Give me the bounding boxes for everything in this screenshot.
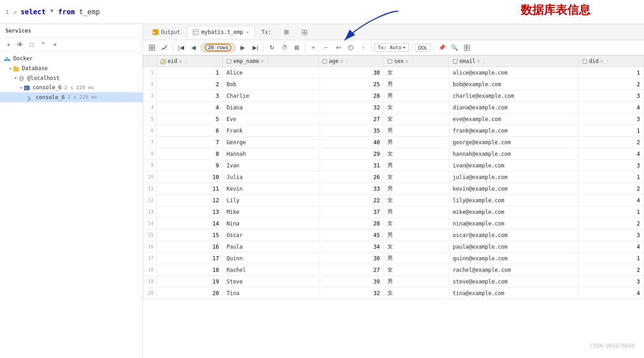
svg-rect-24 [149,48,152,50]
table-row[interactable]: 13 13 Mike 37 男 mike@example.com 1 [143,206,644,218]
stop-button[interactable] [291,42,302,53]
grid-view-button[interactable] [147,42,157,53]
sex-col-icon [387,58,392,64]
table-row[interactable]: 5 5 Eve 27 女 eve@example.com 3 [143,113,644,125]
table-row[interactable]: 18 18 Rachel 27 女 rachel@example.com 2 [143,264,644,276]
table-row[interactable]: 19 19 Steve 39 男 steve@example.com 3 [143,276,644,287]
sidebar-eye-button[interactable]: 👁 [15,40,25,50]
sql-table-name: t_emp [79,8,100,16]
ddl-button[interactable]: DDL [415,44,431,52]
th-eid[interactable]: 🔑 eid ▽ ⋮ [157,56,223,67]
svg-rect-39 [583,59,587,63]
next-page-button[interactable]: ▶ [237,42,248,53]
sidebar-item-docker[interactable]: Docker [0,54,143,64]
th-age[interactable]: age ▽ ⋮ [318,56,383,67]
tab-output[interactable]: ▶ Output [147,25,186,38]
age-cell: 37 [318,206,383,218]
sex-cell: 男 [383,229,449,241]
tab-mybatis-t-emp[interactable]: mybatis.t_emp × [187,26,255,39]
search-button[interactable]: 🔍 [449,42,460,53]
export-button[interactable] [462,42,472,53]
eid-cell: 7 [157,137,223,148]
sidebar-item-console6-child[interactable]: console_6 2 s 229 ms [0,92,143,102]
table-row[interactable]: 2 2 Bob 25 男 bob@example.com 2 [143,79,644,90]
tab-mybatis-close[interactable]: × [246,29,249,35]
table-row[interactable]: 4 4 Diana 32 女 diana@example.com 4 [143,102,644,113]
sex-cell: 女 [383,67,449,79]
table-row[interactable]: 6 6 Frank 35 男 frank@example.com 1 [143,125,644,137]
did-cell: 3 [578,276,644,287]
email-cell: bob@example.com [449,79,578,90]
sidebar-item-database[interactable]: ▾ Database [0,64,143,74]
did-cell: 1 [578,171,644,183]
email-cell: lily@example.com [449,195,578,206]
table-row[interactable]: 1 1 Alice 30 女 alice@example.com 1 [143,67,644,79]
eid-filter-icon[interactable]: ▽ [179,59,182,64]
sidebar-localhost-label: @localhost [27,75,59,81]
age-cell: 26 [318,171,383,183]
email-cell: alice@example.com [449,67,578,79]
row-num-cell: 3 [143,90,157,102]
email-filter-icon[interactable]: ▽ [477,59,480,64]
prev-page-button[interactable]: ◀ [188,42,199,53]
age-cell: 35 [318,125,383,137]
table-tab-icon [193,29,199,36]
email-cell: charlie@example.com [449,90,578,102]
chart-view-button[interactable] [159,42,170,53]
svg-rect-19 [305,30,307,32]
refresh-button[interactable]: ↻ [266,42,277,53]
th-did[interactable]: did ▽ ⋮ [578,56,644,67]
sidebar-up-button[interactable]: ⌃ [38,40,48,50]
age-cell: 25 [318,79,383,90]
email-cell: steve@example.com [449,276,578,287]
sidebar-header: Services [0,24,143,38]
delete-row-button[interactable]: − [320,42,331,53]
sidebar-item-localhost[interactable]: ▾ @localhost [0,73,143,83]
empname-sort-icon: ⋮ [265,59,270,64]
email-cell: hannah@example.com [449,148,578,160]
table-row[interactable]: 7 7 George 40 男 george@example.com 2 [143,137,644,148]
table-row[interactable]: 10 10 Julia 26 女 julia@example.com 1 [143,171,644,183]
age-cell: 22 [318,195,383,206]
last-page-button[interactable]: ▶| [250,42,261,53]
table-row[interactable]: 14 14 Nina 28 女 nina@example.com 2 [143,218,644,229]
did-cell: 2 [578,264,644,276]
tab-grid[interactable] [296,26,313,38]
th-emp-name[interactable]: emp_name ▽ ⋮ [223,56,318,67]
did-filter-icon[interactable]: ▽ [601,59,603,64]
table-row[interactable]: 3 3 Charlie 28 男 charlie@example.com 3 [143,90,644,102]
sidebar-add-button[interactable]: + [4,40,13,50]
localhost-chevron: ▾ [14,75,17,80]
th-email[interactable]: email ▽ ⋮ [449,56,578,67]
sex-filter-icon[interactable]: ▽ [406,59,408,64]
table-row[interactable]: 11 11 Kevin 33 男 kevin@example.com 2 [143,183,644,195]
table-row[interactable]: 8 8 Hannah 29 女 hannah@example.com 4 [143,148,644,160]
svg-text:🔑: 🔑 [161,60,165,64]
age-filter-icon[interactable]: ▽ [341,59,343,64]
table-row[interactable]: 15 15 Oscar 45 男 oscar@example.com 3 [143,229,644,241]
empname-filter-icon[interactable]: ▽ [261,59,264,64]
first-page-button[interactable]: |◀ [176,42,186,53]
tab-tx[interactable]: Tx: [256,26,277,38]
sidebar-item-console6-parent[interactable]: ▾ >_ console_6 2 s 229 ms [0,83,143,93]
did-cell: 4 [578,148,644,160]
age-cell: 28 [318,218,383,229]
table-row[interactable]: 16 16 Paula 34 女 paula@example.com 4 [143,241,644,253]
empname-cell: Diana [223,102,318,113]
eid-cell: 19 [157,276,223,287]
sidebar-close-button[interactable]: × [50,40,60,50]
pin-button[interactable]: 📌 [437,42,447,53]
rows-count: 20 rows [205,44,232,51]
table-row[interactable]: 20 20 Tina 32 女 tina@example.com 4 [143,287,644,299]
th-sex[interactable]: sex ▽ ⋮ [383,56,449,67]
rows-badge[interactable]: 20 rows [201,43,236,52]
console-child-icon [27,94,34,101]
table-row[interactable]: 17 17 Quinn 30 男 quinn@example.com 1 [143,253,644,264]
table-row[interactable]: 12 12 Lily 22 女 lily@example.com 4 [143,195,644,206]
sidebar-new-tab-button[interactable]: □ [27,40,37,50]
add-row-button[interactable]: + [308,42,319,53]
table-row[interactable]: 9 9 Ivan 31 男 ivan@example.com 3 [143,160,644,171]
time-button[interactable]: ⏱ [279,42,290,53]
tab-stop[interactable] [278,26,295,38]
eid-cell: 17 [157,253,223,264]
